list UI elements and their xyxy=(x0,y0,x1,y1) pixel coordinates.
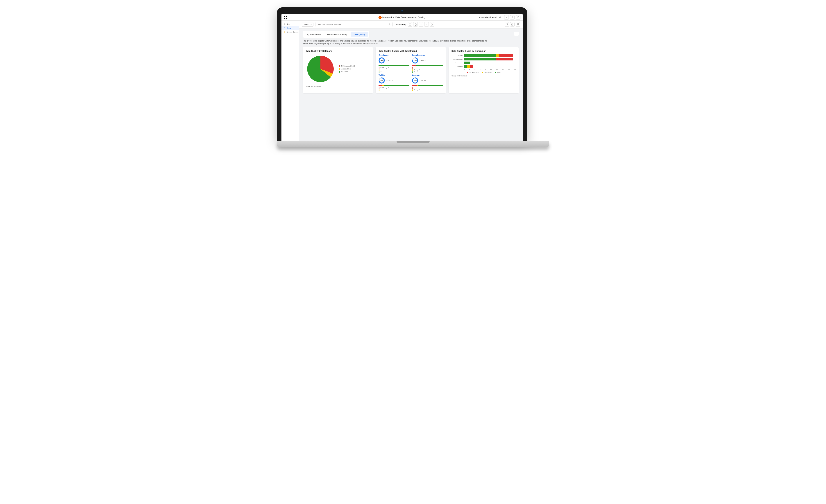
legend-item: Good xyxy=(495,71,501,73)
pie-chart xyxy=(306,54,335,83)
axis-tick: 18 xyxy=(514,68,516,70)
browse-by-icons xyxy=(408,22,434,27)
browse-domain-button[interactable] xyxy=(408,22,412,27)
score-legend: Not AcceptableAcceptableGood xyxy=(378,67,409,73)
score-card: Validity 70% ↑ +152.41 Not AcceptableAcc… xyxy=(378,74,409,91)
org-selector[interactable]: Informatica Ireland Ltd ⌄ xyxy=(479,16,503,19)
home-icon xyxy=(283,27,286,29)
browse-cloud-button[interactable] xyxy=(419,22,423,27)
axis-tick: 6 xyxy=(480,68,480,70)
trend-value: ↑ +152.41 xyxy=(386,79,394,81)
stacked-bar xyxy=(464,58,516,60)
svg-point-12 xyxy=(507,24,508,24)
sidebar-item-label: Home xyxy=(287,27,292,29)
quality-bar xyxy=(378,85,409,86)
sidebar-item-home[interactable]: Home xyxy=(282,26,299,30)
axis-tick: 2 xyxy=(469,68,470,70)
stacked-bar xyxy=(464,62,516,64)
donut-gauge: 100% xyxy=(378,57,385,64)
axis-tick: 16 xyxy=(508,68,510,70)
card-title: Data Quality by Category xyxy=(306,50,370,52)
group-by-label: Group By: Dimension xyxy=(306,85,370,87)
trend-value: ↑ +45.33 xyxy=(420,60,426,61)
svg-point-7 xyxy=(389,23,390,25)
donut-gauge: 88% xyxy=(412,77,418,83)
axis-tick: 12 xyxy=(496,68,498,70)
card-dq-scores-trend: Data Quality Scores with latest trend Co… xyxy=(375,47,446,93)
copy-button[interactable] xyxy=(516,22,520,27)
browse-by-label: Browse By xyxy=(396,23,406,25)
save-view-button[interactable] xyxy=(510,22,515,27)
sidebar-item-label: Market_Camp... xyxy=(287,31,300,33)
user-button[interactable] xyxy=(510,15,515,20)
score-card: Completeness 75% ↑ +45.33 Not Acceptable… xyxy=(412,54,443,73)
svg-rect-13 xyxy=(512,24,513,25)
laptop-camera xyxy=(401,10,403,12)
donut-gauge: 70% xyxy=(378,77,385,83)
svg-rect-15 xyxy=(518,23,519,25)
stacked-row: Accuracy xyxy=(452,65,516,68)
card-title: Data Quality Score by Dimension xyxy=(452,50,516,52)
chart-legend: Not AcceptableAcceptableGood xyxy=(452,71,516,73)
score-title-link[interactable]: Consistency xyxy=(378,54,409,56)
score-title-link[interactable]: Completeness xyxy=(412,54,443,56)
axis-tick: 0 xyxy=(464,68,465,70)
svg-point-9 xyxy=(426,24,426,24)
sidebar-item-label: New xyxy=(287,23,290,25)
tab-data-quality[interactable]: Data Quality xyxy=(351,32,368,37)
pie-legend: Not Acceptable: 12Acceptable: 2Good: 25 xyxy=(339,65,355,73)
score-legend: Not AcceptableAcceptable xyxy=(412,87,443,91)
donut-gauge: 75% xyxy=(412,57,418,64)
tag-button[interactable] xyxy=(505,22,509,27)
trend-value: ↓ -46.04 xyxy=(420,79,426,81)
axis-tick: 8 xyxy=(485,68,486,70)
dashboard-content: My Dashboard Demo Multi-profiling Data Q… xyxy=(299,28,523,141)
search-mode-select[interactable]: Basic xyxy=(302,22,314,27)
tab-demo-multi-profiling[interactable]: Demo Multi-profiling xyxy=(324,32,350,37)
score-legend: Not AcceptableAcceptableGood xyxy=(412,67,443,73)
browse-scan-button[interactable] xyxy=(430,22,434,27)
app-switcher-button[interactable] xyxy=(284,16,287,19)
score-title-link[interactable]: Accuracy xyxy=(412,74,443,76)
svg-rect-0 xyxy=(284,16,285,17)
stacked-row: Validity xyxy=(452,54,516,57)
svg-point-6 xyxy=(518,18,518,18)
axis-tick: 14 xyxy=(502,68,504,70)
svg-rect-14 xyxy=(517,24,518,25)
svg-point-4 xyxy=(512,16,513,17)
sidebar: New Home Market_Camp... xyxy=(282,20,299,141)
search-action-icons xyxy=(505,22,520,27)
svg-rect-8 xyxy=(409,24,411,25)
axis-tick: 4 xyxy=(474,68,475,70)
row-label: Consistency xyxy=(452,62,463,64)
legend-item: Not Acceptable: 12 xyxy=(339,65,355,67)
app-title: Data Governance and Catalog xyxy=(396,16,425,19)
card-dq-by-dimension: Data Quality Score by Dimension Validity… xyxy=(449,47,519,93)
quality-bar xyxy=(378,65,409,66)
notifications-button[interactable] xyxy=(504,15,509,20)
brand-name: Informatica xyxy=(382,16,394,19)
sidebar-item-market-camp[interactable]: Market_Camp... xyxy=(282,30,299,34)
search-input[interactable] xyxy=(315,22,387,27)
browse-glossary-button[interactable] xyxy=(413,22,418,27)
x-axis: 024681012141618 xyxy=(464,68,516,70)
row-label: Completeness xyxy=(452,58,463,60)
search-icon[interactable] xyxy=(387,23,392,26)
search-input-wrapper xyxy=(315,22,393,27)
svg-point-11 xyxy=(432,24,432,24)
card-title: Data Quality Scores with latest trend xyxy=(378,50,443,52)
score-title-link[interactable]: Validity xyxy=(378,74,409,76)
score-card: Consistency 100% ↑ +0 Not AcceptableAcce… xyxy=(378,54,409,73)
laptop-base xyxy=(277,141,549,147)
stacked-row: Completeness xyxy=(452,58,516,60)
plus-icon xyxy=(283,23,286,25)
tab-my-dashboard[interactable]: My Dashboard xyxy=(304,32,324,37)
browse-settings-button[interactable] xyxy=(424,22,429,27)
quality-bar xyxy=(412,65,443,66)
quality-bar xyxy=(412,85,443,86)
help-button[interactable] xyxy=(516,15,521,20)
dashboard-more-button[interactable]: ⋯ xyxy=(514,32,519,36)
topbar: Informatica Data Governance and Catalog … xyxy=(282,14,523,20)
sidebar-item-new[interactable]: New xyxy=(282,22,299,26)
row-label: Validity xyxy=(452,55,463,56)
